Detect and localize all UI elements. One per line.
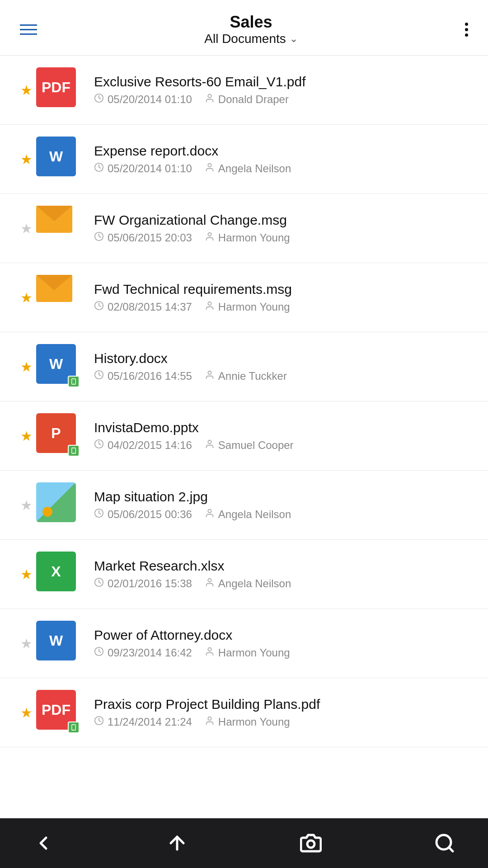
- list-item[interactable]: ★ PDF Praxis corp Project Building Plans…: [0, 678, 488, 747]
- clock-icon: [94, 577, 104, 590]
- file-icon: W: [36, 344, 81, 389]
- doc-meta: 05/06/2015 20:03 Harmon Young: [94, 231, 472, 244]
- doc-meta: 11/24/2014 21:24 Harmon Young: [94, 716, 472, 728]
- filter-title[interactable]: All Documents ⌄: [204, 32, 298, 46]
- person-icon: [205, 716, 215, 728]
- file-icon: W: [36, 621, 81, 666]
- up-button[interactable]: [161, 827, 193, 859]
- clock-icon: [94, 370, 104, 382]
- svg-point-11: [208, 302, 211, 305]
- list-item[interactable]: ★ W Expense report.docx 05/20/2014 01:10…: [0, 125, 488, 194]
- svg-point-13: [73, 383, 74, 384]
- back-button[interactable]: [27, 827, 60, 859]
- person-icon: [205, 231, 215, 244]
- doc-author: Samuel Cooper: [205, 439, 294, 452]
- camera-button[interactable]: [295, 827, 327, 859]
- clock-icon: [94, 646, 104, 659]
- svg-point-29: [208, 717, 211, 720]
- star-icon[interactable]: ★: [16, 705, 36, 721]
- list-item[interactable]: ★ P InvistaDemo.pptx 04/02/2015 14:16 Sa…: [0, 401, 488, 471]
- doc-name: Market Research.xlsx: [94, 558, 472, 574]
- doc-date: 05/06/2015 00:36: [94, 508, 192, 521]
- file-icon: PDF: [36, 67, 81, 113]
- star-icon[interactable]: ★: [16, 566, 36, 582]
- svg-point-1: [208, 94, 211, 98]
- svg-point-21: [208, 509, 211, 513]
- person-icon: [205, 162, 215, 175]
- doc-meta: 05/06/2015 00:36 Angela Neilson: [94, 508, 472, 521]
- person-icon: [205, 370, 215, 382]
- star-icon[interactable]: ★: [16, 359, 36, 375]
- list-item[interactable]: ★ W History.docx 05/16/2016 14:55 Annie …: [0, 332, 488, 401]
- clock-icon: [94, 162, 104, 175]
- list-item[interactable]: ★ Map situation 2.jpg 05/06/2015 00:36 A…: [0, 471, 488, 540]
- person-icon: [205, 646, 215, 659]
- list-item[interactable]: ★ W Power of Attorney.docx 09/23/2014 16…: [0, 609, 488, 678]
- doc-info: Market Research.xlsx 02/01/2016 15:38 An…: [94, 558, 472, 590]
- person-icon: [205, 301, 215, 313]
- doc-date: 05/20/2014 01:10: [94, 162, 192, 175]
- file-icon: P: [36, 413, 81, 458]
- star-icon[interactable]: ★: [16, 636, 36, 651]
- doc-info: Exclusive Resorts-60 Email_V1.pdf 05/20/…: [94, 74, 472, 106]
- list-item[interactable]: ★ PDF Exclusive Resorts-60 Email_V1.pdf …: [0, 56, 488, 125]
- doc-info: History.docx 05/16/2016 14:55 Annie Tuck…: [94, 351, 472, 382]
- menu-button[interactable]: [16, 21, 41, 38]
- doc-author: Angela Neilson: [205, 577, 291, 590]
- doc-date: 11/24/2014 21:24: [94, 716, 192, 728]
- star-icon[interactable]: ★: [16, 221, 36, 236]
- list-item[interactable]: ★ FW Organizational Change.msg 05/06/201…: [0, 194, 488, 263]
- doc-name: Map situation 2.jpg: [94, 489, 472, 505]
- doc-info: InvistaDemo.pptx 04/02/2015 14:16 Samuel…: [94, 420, 472, 452]
- doc-author: Donald Draper: [205, 93, 289, 106]
- clock-icon: [94, 231, 104, 244]
- header-title: Sales All Documents ⌄: [204, 13, 298, 46]
- doc-meta: 04/02/2015 14:16 Samuel Cooper: [94, 439, 472, 452]
- svg-point-17: [73, 453, 74, 453]
- chevron-down-icon: ⌄: [290, 33, 298, 45]
- svg-point-15: [208, 371, 211, 374]
- list-item[interactable]: ★ Fwd Technical requirements.msg 02/08/2…: [0, 263, 488, 332]
- svg-point-31: [307, 840, 314, 848]
- bottom-nav: [0, 818, 488, 868]
- search-button[interactable]: [428, 827, 461, 859]
- doc-info: FW Organizational Change.msg 05/06/2015 …: [94, 212, 472, 244]
- person-icon: [205, 508, 215, 521]
- document-list: ★ PDF Exclusive Resorts-60 Email_V1.pdf …: [0, 56, 488, 747]
- doc-meta: 05/20/2014 01:10 Donald Draper: [94, 93, 472, 106]
- doc-meta: 02/01/2016 15:38 Angela Neilson: [94, 577, 472, 590]
- doc-meta: 02/08/2015 14:37 Harmon Young: [94, 301, 472, 313]
- doc-author: Harmon Young: [205, 231, 290, 244]
- doc-author: Harmon Young: [205, 301, 290, 313]
- person-icon: [205, 439, 215, 452]
- doc-name: Fwd Technical requirements.msg: [94, 282, 472, 297]
- star-icon[interactable]: ★: [16, 290, 36, 306]
- star-icon[interactable]: ★: [16, 428, 36, 444]
- more-menu-button[interactable]: [461, 19, 472, 40]
- doc-name: FW Organizational Change.msg: [94, 212, 472, 228]
- file-icon: [36, 206, 81, 251]
- file-icon: [36, 275, 81, 320]
- svg-point-25: [208, 648, 211, 651]
- svg-point-7: [208, 233, 211, 236]
- doc-name: Praxis corp Project Building Plans.pdf: [94, 697, 472, 712]
- doc-author: Angela Neilson: [205, 508, 291, 521]
- doc-info: Power of Attorney.docx 09/23/2014 16:42 …: [94, 627, 472, 659]
- doc-author: Harmon Young: [205, 646, 290, 659]
- doc-date: 02/01/2016 15:38: [94, 577, 192, 590]
- file-icon: PDF: [36, 690, 81, 735]
- star-icon[interactable]: ★: [16, 82, 36, 98]
- svg-point-27: [73, 729, 74, 730]
- star-icon[interactable]: ★: [16, 497, 36, 513]
- star-icon[interactable]: ★: [16, 151, 36, 167]
- svg-point-3: [208, 164, 211, 167]
- doc-meta: 05/20/2014 01:10 Angela Neilson: [94, 162, 472, 175]
- clock-icon: [94, 439, 104, 452]
- doc-meta: 09/23/2014 16:42 Harmon Young: [94, 646, 472, 659]
- svg-point-23: [208, 579, 211, 582]
- doc-date: 05/16/2016 14:55: [94, 370, 192, 382]
- svg-line-33: [449, 847, 453, 851]
- doc-author: Angela Neilson: [205, 162, 291, 175]
- list-item[interactable]: ★ X Market Research.xlsx 02/01/2016 15:3…: [0, 540, 488, 609]
- clock-icon: [94, 508, 104, 521]
